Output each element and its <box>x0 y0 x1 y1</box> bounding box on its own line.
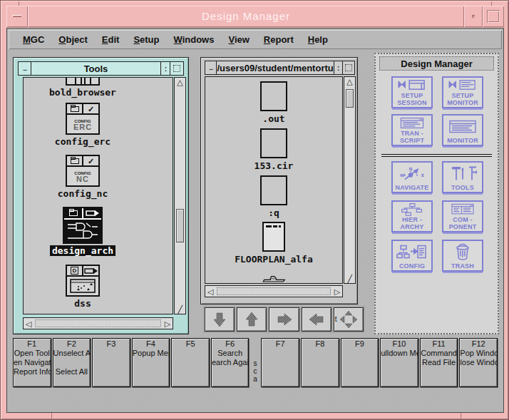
scrollbar-thumb[interactable] <box>176 209 184 242</box>
tools-titlebar[interactable]: .... Tools : <box>18 61 184 76</box>
fkey-f11[interactable]: F11 Command Read File <box>420 338 458 387</box>
scroll-up-icon[interactable]: △ <box>344 77 355 86</box>
setup-session-icon <box>395 78 429 92</box>
document-icon <box>262 222 285 252</box>
scroll-right-button[interactable] <box>269 307 299 332</box>
main-area: MGC Object Edit Setup Windows View Repor… <box>6 28 504 413</box>
menu-setup[interactable]: Setup <box>133 34 159 45</box>
scroll-left-button[interactable] <box>302 307 331 332</box>
fkey-action: Popup Menu <box>133 349 170 358</box>
dm-separator <box>381 154 492 157</box>
resize-corner-icon[interactable]: ╱ <box>175 305 185 314</box>
navigate-button[interactable]: NWE NAVIGATE <box>391 161 433 193</box>
scrollbar-thumb[interactable] <box>35 319 161 327</box>
config-button[interactable]: CONFIG <box>391 240 433 272</box>
panel-menu-button[interactable]: .... <box>19 62 31 75</box>
fkey-action: earch Again <box>212 358 249 367</box>
menu-mgc[interactable]: MGC <box>23 34 44 45</box>
transcript-button[interactable]: TRAN - SCRIPT <box>391 114 433 146</box>
fkey-action: Command <box>421 349 458 358</box>
panel-menu-button[interactable]: .... <box>205 61 217 74</box>
dm-button-label: NAVIGATE <box>393 184 431 191</box>
scrollbar-thumb[interactable] <box>217 287 331 295</box>
dm-button-label: MONITOR <box>443 99 482 106</box>
menu-edit[interactable]: Edit <box>102 34 120 45</box>
fkey-f4[interactable]: F4 Popup Menu <box>132 338 170 387</box>
tool-item-dss[interactable]: D <box>36 265 129 309</box>
setup-monitor-button[interactable]: SETUP MONITOR <box>442 76 483 108</box>
menu-view[interactable]: View <box>228 34 249 45</box>
fkey-f2[interactable]: F2 Unselect All Select All <box>53 338 91 387</box>
panel-shrink-button[interactable]: : <box>334 61 343 74</box>
expand-icon <box>345 64 352 71</box>
monitor-icon <box>446 116 480 137</box>
file-item-floorplan-alfa[interactable]: FLOORPLAN_alfa <box>235 218 313 265</box>
component-button[interactable]: COM - PONENT <box>442 200 483 232</box>
fkey-f7[interactable]: F7 <box>261 338 299 387</box>
scroll-left-icon[interactable]: ◁ <box>205 287 215 296</box>
empty-box-icon <box>260 175 287 205</box>
dm-button-label: ARCHY <box>393 223 431 230</box>
menu-report[interactable]: Report <box>264 34 294 45</box>
fkey-f6[interactable]: F6 Search earch Again <box>211 338 250 387</box>
panel-expand-button[interactable] <box>343 61 354 74</box>
tool-item-label: config_nc <box>58 188 108 199</box>
fkey-action: en Navigat <box>14 358 51 367</box>
scrollbar-thumb[interactable] <box>346 89 354 108</box>
fkey-f1[interactable]: F1 Open Tool en Navigat Report Info <box>13 338 51 387</box>
scroll-left-icon[interactable]: ◁ <box>24 319 34 328</box>
tools-button[interactable]: TOOLS <box>442 161 483 193</box>
restore-button[interactable] <box>464 6 483 27</box>
window-menu-button[interactable] <box>6 6 28 27</box>
fkey-label: F12 <box>460 339 497 349</box>
tools-window: .... Tools : bold_browser <box>13 57 189 334</box>
tools-vertical-scrollbar[interactable]: △ ╱ <box>174 77 186 314</box>
menu-help[interactable]: Help <box>308 34 328 45</box>
tool-item-design-arch[interactable]: design_arch <box>36 207 129 256</box>
scroll-down-button[interactable] <box>205 307 235 332</box>
dm-button-label: TRAN - <box>393 130 431 137</box>
files-list: .out 153.cir :q FLOORPLAN_alfa <box>205 76 343 284</box>
tools-horizontal-scrollbar[interactable]: ◁ ▷ <box>23 317 173 329</box>
trash-button[interactable]: TRASH <box>442 240 483 272</box>
menu-object[interactable]: Object <box>58 34 87 45</box>
pan-button[interactable]: t <box>334 307 364 332</box>
panel-expand-button[interactable] <box>170 62 183 75</box>
file-item-label: :q <box>268 208 279 218</box>
fkey-f9[interactable]: F9 <box>341 338 379 387</box>
restore-icon <box>472 15 475 18</box>
scrolled-item-icon[interactable] <box>255 275 292 283</box>
scroll-right-icon[interactable]: ▷ <box>163 319 173 328</box>
maximize-button[interactable] <box>483 6 504 27</box>
files-horizontal-scrollbar[interactable]: ◁ ▷ <box>205 285 343 297</box>
hierarchy-button[interactable]: HIER - ARCHY <box>391 200 433 232</box>
file-item-q[interactable]: :q <box>260 171 287 218</box>
files-path-title: /users09/student/mentortu <box>217 61 334 74</box>
scroll-up-icon[interactable]: △ <box>175 78 185 86</box>
fkey-f10[interactable]: F10 ulldown Mer <box>380 338 418 387</box>
fkey-f5[interactable]: F5 <box>171 338 210 387</box>
fkey-action <box>53 358 91 367</box>
monitor-button[interactable]: MONITOR <box>442 114 483 146</box>
fkey-f8[interactable]: F8 <box>301 338 339 387</box>
tool-item-config-erc[interactable]: ✓ CONFIG ERC config_erc <box>36 103 129 147</box>
titlebar[interactable]: Design Manager <box>6 6 504 27</box>
tool-item-bold-browser[interactable]: bold_browser <box>36 78 129 98</box>
file-item-153cir[interactable]: 153.cir <box>254 124 294 171</box>
navigate-icon: NWE <box>395 163 429 184</box>
files-titlebar[interactable]: .... /users09/student/mentortu : <box>205 61 355 75</box>
scroll-right-icon[interactable]: ▷ <box>332 287 342 296</box>
file-item-out[interactable]: .out <box>260 77 287 124</box>
menu-windows[interactable]: Windows <box>174 34 215 45</box>
fkey-action: Report Info <box>14 367 51 377</box>
files-vertical-scrollbar[interactable]: △ ╱ <box>344 76 356 284</box>
tool-item-config-nc[interactable]: ✓ CONFIG NC config_nc <box>36 155 129 199</box>
fkey-f3[interactable]: F3 <box>92 338 130 387</box>
fkey-f12[interactable]: F12 Pop Window lose Windo <box>459 338 498 387</box>
scroll-up-button[interactable] <box>237 307 267 332</box>
trash-icon <box>446 242 480 262</box>
panel-shrink-button[interactable]: : <box>161 62 170 75</box>
browser-icon <box>66 78 100 86</box>
setup-session-button[interactable]: SETUP SESSION <box>391 76 433 108</box>
resize-corner-icon[interactable]: ╱ <box>344 275 355 283</box>
